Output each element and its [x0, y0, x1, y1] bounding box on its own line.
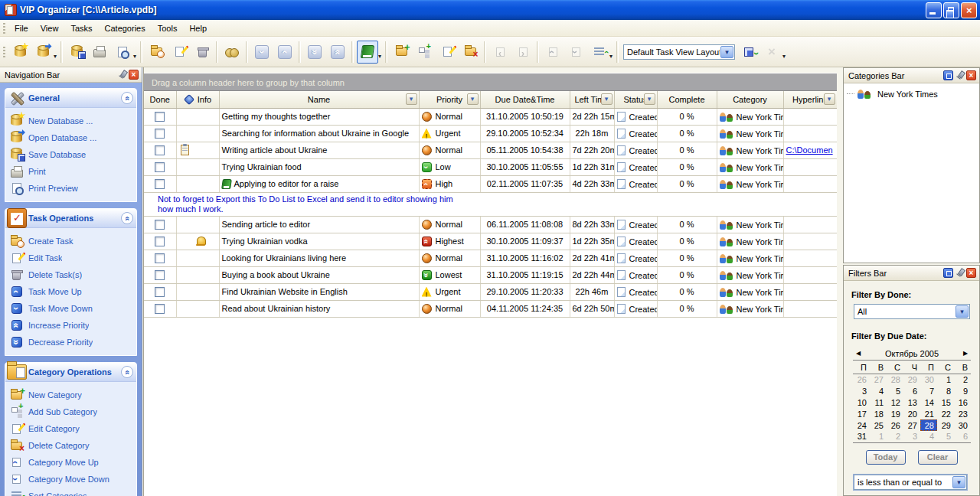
nav-item-print[interactable]: Print: [10, 163, 135, 180]
done-checkbox[interactable]: [155, 220, 165, 230]
calendar-day[interactable]: 8: [937, 385, 954, 396]
filter-chevron-icon[interactable]: [824, 93, 835, 105]
close-button[interactable]: ×: [961, 2, 977, 18]
calendar-next-icon[interactable]: ▶: [960, 350, 971, 357]
float-panel-icon[interactable]: [943, 268, 953, 278]
nav-item-category-move-down[interactable]: Category Move Down: [10, 471, 135, 488]
nav-item-delete-category[interactable]: Delete Category: [10, 437, 135, 454]
done-checkbox[interactable]: [155, 162, 165, 172]
close-icon[interactable]: [129, 70, 139, 80]
nav-item-category-move-up[interactable]: Category Move Up: [10, 454, 135, 471]
done-checkbox[interactable]: [155, 253, 165, 263]
filter-chevron-icon[interactable]: [601, 93, 612, 105]
calendar-day[interactable]: 10: [853, 396, 870, 408]
pin-icon[interactable]: [118, 70, 126, 79]
column-header-complete[interactable]: Complete: [657, 91, 717, 108]
chevron-down-icon[interactable]: ▾: [782, 53, 786, 60]
float-panel-icon[interactable]: [943, 70, 953, 80]
calendar-day[interactable]: 15: [937, 396, 954, 408]
find-button[interactable]: [221, 41, 243, 64]
column-header-left[interactable]: Left Time: [570, 91, 614, 108]
calendar-day[interactable]: 27: [903, 419, 920, 431]
filter-chevron-icon[interactable]: [406, 93, 417, 105]
nav-item-new-category[interactable]: New Category: [10, 387, 135, 403]
chevron-down-icon[interactable]: ▾: [54, 53, 57, 60]
collapse-chevron-icon[interactable]: [121, 366, 133, 378]
calendar-day[interactable]: 5: [887, 385, 903, 396]
column-header-info[interactable]: Info: [176, 91, 219, 108]
category-tree-item[interactable]: New York Times: [847, 89, 976, 99]
calendar-day[interactable]: 5: [937, 431, 954, 442]
done-checkbox[interactable]: [155, 237, 165, 246]
nav-item-increase-priority[interactable]: Increase Priority: [10, 317, 135, 334]
nav-item-edit-task[interactable]: Edit Task: [10, 250, 135, 266]
nav-item-print-preview[interactable]: Print Preview: [10, 180, 135, 197]
calendar-day[interactable]: 3: [853, 385, 870, 396]
filter-done-select[interactable]: All: [854, 304, 970, 319]
new-database-button[interactable]: [9, 41, 31, 64]
chevron-down-icon[interactable]: [956, 305, 969, 318]
calendar-day[interactable]: 4: [870, 385, 887, 396]
column-header-status[interactable]: Status: [614, 91, 657, 108]
menu-grip[interactable]: [3, 23, 5, 34]
delete-task-button[interactable]: [191, 41, 213, 64]
calendar-day-selected[interactable]: 28: [920, 419, 937, 431]
calendar-day[interactable]: 4: [920, 431, 937, 442]
nav-item-decrease-priority[interactable]: Decrease Priority: [10, 334, 135, 351]
calendar-day[interactable]: 12: [887, 396, 903, 408]
task-move-up-button[interactable]: [274, 41, 296, 64]
calendar-day[interactable]: 20: [903, 408, 920, 419]
task-move-bottom-button[interactable]: [304, 41, 325, 64]
calendar-day[interactable]: 29: [903, 374, 920, 385]
today-button[interactable]: Today: [866, 450, 906, 465]
calendar-day[interactable]: 29: [937, 419, 954, 431]
calendar-day[interactable]: 2: [887, 431, 903, 442]
column-header-category[interactable]: Category: [717, 91, 783, 108]
edit-task-button[interactable]: [168, 41, 190, 64]
task-row[interactable]: Writing article about UkraineNormal05.11…: [144, 142, 837, 158]
task-row[interactable]: Find Ukrainian Website in EnglishUrgent2…: [144, 283, 837, 300]
collapse-chevron-icon[interactable]: [121, 92, 133, 104]
column-header-hyperlink[interactable]: Hyperlink: [783, 91, 837, 108]
open-database-button[interactable]: [32, 41, 54, 64]
calendar-day[interactable]: 7: [920, 385, 937, 396]
task-hyperlink[interactable]: C:\Documen: [786, 145, 833, 155]
chevron-down-icon[interactable]: ▾: [133, 53, 136, 60]
done-checkbox[interactable]: [155, 304, 165, 314]
toolbar-grip[interactable]: [3, 47, 5, 57]
calendar-day[interactable]: 2: [954, 374, 971, 385]
task-row[interactable]: Trying Ukrainian foodLow30.10.2005 11:05…: [144, 158, 837, 175]
pin-icon[interactable]: [956, 71, 964, 80]
restore-button[interactable]: [943, 2, 959, 18]
pin-icon[interactable]: [956, 269, 964, 277]
nav-item-open-database[interactable]: Open Database ...: [10, 129, 135, 146]
nav-section-header[interactable]: General: [5, 89, 136, 108]
clear-button[interactable]: Clear: [918, 450, 958, 465]
create-task-button[interactable]: [145, 41, 167, 64]
new-category-button[interactable]: [390, 41, 412, 64]
calendar-day[interactable]: 23: [954, 408, 971, 419]
task-view-button[interactable]: [357, 41, 378, 64]
close-icon[interactable]: [966, 268, 976, 278]
print-button[interactable]: [89, 41, 110, 64]
nav-item-create-task[interactable]: Create Task: [10, 233, 135, 250]
calendar-day[interactable]: 21: [920, 408, 937, 419]
menu-tasks[interactable]: Tasks: [64, 21, 98, 35]
minimize-button[interactable]: [926, 2, 942, 18]
calendar-day[interactable]: 17: [853, 408, 870, 419]
panel-splitter[interactable]: [837, 67, 843, 496]
calendar-day[interactable]: 19: [887, 408, 903, 419]
calendar-day[interactable]: 25: [870, 419, 887, 431]
calendar-day[interactable]: 31: [853, 431, 870, 442]
sort-categories-button[interactable]: [588, 41, 609, 64]
save-layout-button[interactable]: [738, 41, 760, 64]
calendar-day[interactable]: 1: [937, 374, 954, 385]
calendar-day[interactable]: 24: [853, 419, 870, 431]
calendar-day[interactable]: 13: [903, 396, 920, 408]
nav-item-sort-categories[interactable]: Sort Categories: [10, 488, 135, 496]
column-header-done[interactable]: Done: [144, 91, 176, 108]
calendar-day[interactable]: 1: [870, 431, 887, 442]
calendar-day[interactable]: 3: [903, 431, 920, 442]
add-sub-category-button[interactable]: [413, 41, 435, 64]
filter-chevron-icon[interactable]: [467, 93, 479, 105]
